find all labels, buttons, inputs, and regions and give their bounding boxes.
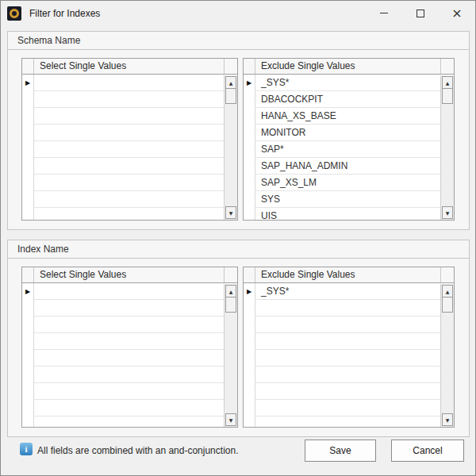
vertical-scrollbar[interactable]: ▲ ▼ xyxy=(440,75,454,220)
scroll-up-icon[interactable]: ▲ xyxy=(225,76,236,89)
grid-cell[interactable] xyxy=(34,91,237,108)
grid-row[interactable] xyxy=(22,108,237,125)
grid-cell[interactable] xyxy=(34,300,237,317)
grid-row[interactable] xyxy=(244,400,454,416)
grid-row[interactable] xyxy=(22,175,237,191)
scrollbar-thumb[interactable] xyxy=(225,297,236,313)
grid-cell[interactable] xyxy=(34,125,237,141)
grid-row[interactable]: ▶_SYS* xyxy=(244,75,454,91)
grid-cell[interactable]: _SYS* xyxy=(255,75,454,91)
index-select-values-grid[interactable]: Select Single Values ▶ ▲ ▼ xyxy=(21,267,238,428)
grid-row[interactable]: SAP_HANA_ADMIN xyxy=(244,158,454,175)
grid-cell[interactable] xyxy=(34,333,237,350)
grid-row[interactable]: ▶ xyxy=(22,75,237,91)
grid-cell[interactable] xyxy=(34,400,237,416)
scrollbar-thumb[interactable] xyxy=(442,297,453,313)
grid-row[interactable] xyxy=(22,158,237,175)
grid-cell[interactable] xyxy=(34,158,237,175)
grid-row[interactable] xyxy=(22,350,237,367)
grid-cell[interactable] xyxy=(255,317,454,333)
grid-row[interactable]: SAP_XS_LM xyxy=(244,175,454,191)
schema-exclude-values-grid[interactable]: Exclude Single Values ▶_SYS*DBACOCKPITHA… xyxy=(243,58,455,221)
grid-row[interactable] xyxy=(22,125,237,141)
grid-row[interactable] xyxy=(22,191,237,208)
grid-row[interactable]: UIS xyxy=(244,208,454,221)
grid-row[interactable] xyxy=(22,300,237,317)
maximize-icon xyxy=(416,10,424,17)
grid-row[interactable] xyxy=(244,350,454,367)
scroll-down-icon[interactable]: ▼ xyxy=(442,413,453,426)
grid-cell[interactable] xyxy=(34,191,237,208)
grid-cell[interactable] xyxy=(34,350,237,367)
grid-cell[interactable] xyxy=(34,208,237,221)
row-header-cell xyxy=(244,191,255,208)
grid-row[interactable] xyxy=(244,383,454,400)
grid-cell[interactable]: SAP* xyxy=(255,141,454,158)
grid-row[interactable] xyxy=(244,367,454,383)
scroll-down-icon[interactable]: ▼ xyxy=(442,206,453,219)
grid-cell[interactable] xyxy=(34,383,237,400)
save-button[interactable]: Save xyxy=(305,440,376,462)
grid-cell[interactable] xyxy=(255,350,454,367)
maximize-button[interactable] xyxy=(402,1,439,25)
index-exclude-values-grid[interactable]: Exclude Single Values ▶_SYS* ▲ ▼ xyxy=(243,267,455,428)
grid-cell[interactable]: SYS xyxy=(255,191,454,208)
grid-row[interactable] xyxy=(22,367,237,383)
scrollbar-thumb[interactable] xyxy=(442,88,453,104)
grid-row[interactable] xyxy=(244,416,454,428)
grid-cell[interactable] xyxy=(255,333,454,350)
scroll-up-icon[interactable]: ▲ xyxy=(442,285,453,298)
grid-row[interactable] xyxy=(22,141,237,158)
grid-cell[interactable]: MONITOR xyxy=(255,125,454,141)
close-button[interactable]: × xyxy=(439,1,475,25)
grid-cell[interactable] xyxy=(34,175,237,191)
grid-cell[interactable] xyxy=(34,75,237,91)
grid-cell[interactable]: HANA_XS_BASE xyxy=(255,108,454,125)
grid-row[interactable] xyxy=(22,317,237,333)
grid-row[interactable] xyxy=(244,333,454,350)
grid-cell[interactable]: _SYS* xyxy=(255,283,454,300)
grid-cell[interactable]: UIS xyxy=(255,208,454,221)
grid-row[interactable] xyxy=(22,208,237,221)
vertical-scrollbar[interactable]: ▲ ▼ xyxy=(224,75,237,220)
grid-cell[interactable]: SAP_XS_LM xyxy=(255,175,454,191)
grid-cell[interactable] xyxy=(255,416,454,428)
grid-row[interactable] xyxy=(22,383,237,400)
cancel-button[interactable]: Cancel xyxy=(391,440,464,462)
grid-cell[interactable] xyxy=(34,416,237,428)
grid-row[interactable] xyxy=(244,300,454,317)
grid-row[interactable] xyxy=(22,400,237,416)
scrollbar-thumb[interactable] xyxy=(225,88,236,104)
grid-cell[interactable] xyxy=(255,367,454,383)
grid-row[interactable]: HANA_XS_BASE xyxy=(244,108,454,125)
grid-row[interactable]: DBACOCKPIT xyxy=(244,91,454,108)
grid-row[interactable] xyxy=(22,333,237,350)
grid-row[interactable]: ▶ xyxy=(22,283,237,300)
vertical-scrollbar[interactable]: ▲ ▼ xyxy=(440,284,454,427)
grid-cell[interactable] xyxy=(34,108,237,125)
scroll-down-icon[interactable]: ▼ xyxy=(225,206,236,219)
grid-row[interactable] xyxy=(244,317,454,333)
grid-cell[interactable]: SAP_HANA_ADMIN xyxy=(255,158,454,175)
grid-row[interactable]: SAP* xyxy=(244,141,454,158)
grid-row[interactable] xyxy=(22,91,237,108)
grid-cell[interactable]: DBACOCKPIT xyxy=(255,91,454,108)
grid-row[interactable]: MONITOR xyxy=(244,125,454,141)
grid-cell[interactable] xyxy=(255,400,454,416)
grid-cell[interactable] xyxy=(34,367,237,383)
grid-cell[interactable] xyxy=(255,383,454,400)
grid-row[interactable]: SYS xyxy=(244,191,454,208)
scroll-up-icon[interactable]: ▲ xyxy=(225,285,236,298)
minimize-button[interactable] xyxy=(366,1,402,25)
grid-cell[interactable] xyxy=(34,283,237,300)
grid-row[interactable]: ▶_SYS* xyxy=(244,283,454,300)
scroll-down-icon[interactable]: ▼ xyxy=(225,413,236,426)
grid-row[interactable] xyxy=(22,416,237,428)
schema-select-values-grid[interactable]: Select Single Values ▶ ▲ ▼ xyxy=(21,58,238,221)
index-grids: Select Single Values ▶ ▲ ▼ Exclude Singl… xyxy=(21,267,455,428)
grid-cell[interactable] xyxy=(255,300,454,317)
grid-cell[interactable] xyxy=(34,141,237,158)
grid-cell[interactable] xyxy=(34,317,237,333)
vertical-scrollbar[interactable]: ▲ ▼ xyxy=(224,284,237,427)
scroll-up-icon[interactable]: ▲ xyxy=(442,76,453,89)
